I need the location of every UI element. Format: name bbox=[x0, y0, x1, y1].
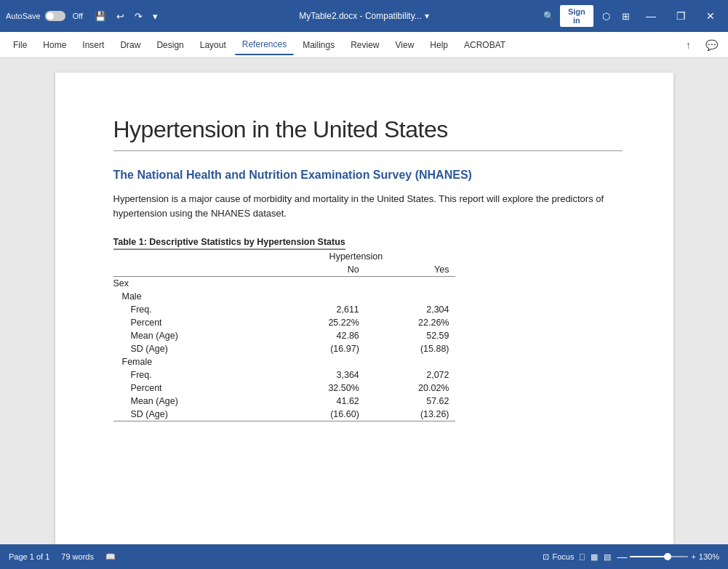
cell-no: 3,364 bbox=[257, 368, 364, 382]
tab-acrobat[interactable]: ACROBAT bbox=[457, 36, 513, 55]
tab-help[interactable]: Help bbox=[423, 36, 455, 55]
document-body: Hypertension is a major cause of morbidi… bbox=[113, 192, 623, 220]
cell-yes bbox=[365, 290, 455, 303]
status-bar: Page 1 of 1 79 words 📖 ⊡ Focus ⎕ ▦ ▤ — +… bbox=[0, 544, 728, 569]
save-icon[interactable]: 💾 bbox=[92, 9, 109, 23]
table-caption: Table 1: Descriptive Statistics by Hyper… bbox=[113, 237, 345, 250]
title-bar-left: AutoSave Off 💾 ↩ ↷ ▾ bbox=[6, 9, 185, 23]
document-area: Hypertension in the United States The Na… bbox=[0, 58, 728, 544]
cell-no bbox=[257, 290, 364, 303]
tab-design[interactable]: Design bbox=[149, 36, 191, 55]
tab-mailings[interactable]: Mailings bbox=[295, 36, 342, 55]
cell-no: (16.60) bbox=[257, 408, 364, 421]
autosave-label: AutoSave bbox=[6, 12, 41, 20]
toggle-knob bbox=[47, 12, 54, 20]
autosave-state: Off bbox=[73, 12, 83, 20]
page-info: Page 1 of 1 bbox=[9, 552, 49, 561]
tab-view[interactable]: View bbox=[388, 36, 422, 55]
autosave-toggle[interactable] bbox=[45, 11, 65, 21]
tab-references[interactable]: References bbox=[235, 35, 294, 55]
data-table: Hypertension No Yes Sex Male bbox=[113, 250, 455, 421]
word-count: 79 words bbox=[61, 552, 94, 561]
comment-icon[interactable]: 💬 bbox=[701, 36, 722, 54]
zoom-in-button[interactable]: + bbox=[691, 552, 695, 561]
search-icon[interactable]: 🔍 bbox=[543, 11, 554, 21]
cell-no: 2,611 bbox=[257, 303, 364, 316]
customize-icon[interactable]: ▾ bbox=[150, 9, 161, 23]
cell-label: Freq. bbox=[113, 368, 257, 382]
ribbon-right-icons: ↑ 💬 bbox=[681, 36, 722, 54]
cell-yes: 2,072 bbox=[365, 368, 455, 382]
table-header-span-row: Hypertension bbox=[113, 250, 455, 263]
table-row: Mean (Age) 41.62 57.62 bbox=[113, 395, 455, 408]
cell-no bbox=[257, 355, 364, 368]
close-button[interactable]: ✕ bbox=[699, 0, 722, 32]
filename-dropdown-icon[interactable]: ▾ bbox=[425, 11, 429, 21]
col-yes-header: Yes bbox=[365, 263, 455, 277]
table-header-hypertension: Hypertension bbox=[257, 250, 455, 263]
cell-yes bbox=[365, 277, 455, 291]
title-bar-right: 🔍 Sign in ⬡ ⊞ — ❐ ✕ bbox=[543, 0, 722, 32]
table-header-empty bbox=[113, 250, 257, 263]
zoom-out-button[interactable]: — bbox=[617, 551, 627, 562]
cell-no: 25.22% bbox=[257, 316, 364, 329]
focus-icon: ⊡ bbox=[543, 552, 549, 562]
status-left: Page 1 of 1 79 words 📖 bbox=[9, 552, 116, 562]
table-row: Percent 25.22% 22.26% bbox=[113, 316, 455, 329]
sign-in-button[interactable]: Sign in bbox=[560, 5, 593, 27]
cell-no: 32.50% bbox=[257, 382, 364, 395]
cell-yes: 57.62 bbox=[365, 395, 455, 408]
share-icon[interactable]: ↑ bbox=[681, 36, 695, 54]
restore-button[interactable]: ❐ bbox=[669, 0, 693, 32]
document-subtitle: The National Health and Nutrition Examin… bbox=[113, 169, 623, 182]
tab-file[interactable]: File bbox=[6, 36, 34, 55]
tab-draw[interactable]: Draw bbox=[113, 36, 148, 55]
tab-insert[interactable]: Insert bbox=[75, 36, 111, 55]
tab-review[interactable]: Review bbox=[343, 36, 386, 55]
cell-no: (16.97) bbox=[257, 342, 364, 355]
cell-label: Freq. bbox=[113, 303, 257, 316]
col-no-header: No bbox=[257, 263, 364, 277]
status-right: ⊡ Focus ⎕ ▦ ▤ — + 130% bbox=[543, 551, 719, 562]
title-bar-filename: MyTable2.docx - Compatibility... ▾ bbox=[185, 11, 543, 21]
cell-no: 41.62 bbox=[257, 395, 364, 408]
document-page: Hypertension in the United States The Na… bbox=[55, 73, 673, 544]
track-changes-icon[interactable]: 📖 bbox=[105, 552, 116, 562]
cell-yes: 22.26% bbox=[365, 316, 455, 329]
cell-label: Percent bbox=[113, 316, 257, 329]
minimize-button[interactable]: — bbox=[639, 0, 663, 32]
cell-label: Percent bbox=[113, 382, 257, 395]
zoom-slider-area: — + 130% bbox=[617, 551, 719, 562]
table-row: Freq. 2,611 2,304 bbox=[113, 303, 455, 316]
table-row: SD (Age) (16.60) (13.26) bbox=[113, 408, 455, 421]
undo-icon[interactable]: ↩ bbox=[113, 9, 127, 23]
table-row: SD (Age) (16.97) (15.88) bbox=[113, 342, 455, 355]
zoom-thumb bbox=[664, 553, 671, 560]
table-row: Sex bbox=[113, 277, 455, 291]
cell-yes: 20.02% bbox=[365, 382, 455, 395]
split-icon[interactable]: ⊞ bbox=[619, 9, 633, 23]
cell-yes: (13.26) bbox=[365, 408, 455, 421]
layout-view2-icon[interactable]: ▦ bbox=[591, 552, 598, 562]
layout-view-icon[interactable]: ⎕ bbox=[580, 552, 585, 561]
layout-view3-icon[interactable]: ▤ bbox=[604, 552, 611, 562]
cell-yes: 52.59 bbox=[365, 329, 455, 342]
redo-icon[interactable]: ↷ bbox=[132, 9, 145, 23]
cell-label: Mean (Age) bbox=[113, 395, 257, 408]
focus-button[interactable]: ⊡ Focus bbox=[543, 552, 574, 562]
cell-label: Mean (Age) bbox=[113, 329, 257, 342]
cell-label: Male bbox=[113, 290, 257, 303]
tab-layout[interactable]: Layout bbox=[193, 36, 233, 55]
tab-home[interactable]: Home bbox=[36, 36, 73, 55]
table-row: Freq. 3,364 2,072 bbox=[113, 368, 455, 382]
filename-text: MyTable2.docx - Compatibility... bbox=[299, 11, 422, 21]
table-row: Male bbox=[113, 290, 455, 303]
designer-icon[interactable]: ⬡ bbox=[599, 9, 613, 23]
cell-yes: (15.88) bbox=[365, 342, 455, 355]
ribbon: File Home Insert Draw Design Layout Refe… bbox=[0, 32, 728, 58]
title-bar: AutoSave Off 💾 ↩ ↷ ▾ MyTable2.docx - Com… bbox=[0, 0, 728, 32]
zoom-bar[interactable] bbox=[630, 556, 688, 557]
cell-label: SD (Age) bbox=[113, 408, 257, 421]
cell-no: 42.86 bbox=[257, 329, 364, 342]
cell-label: Sex bbox=[113, 277, 257, 291]
